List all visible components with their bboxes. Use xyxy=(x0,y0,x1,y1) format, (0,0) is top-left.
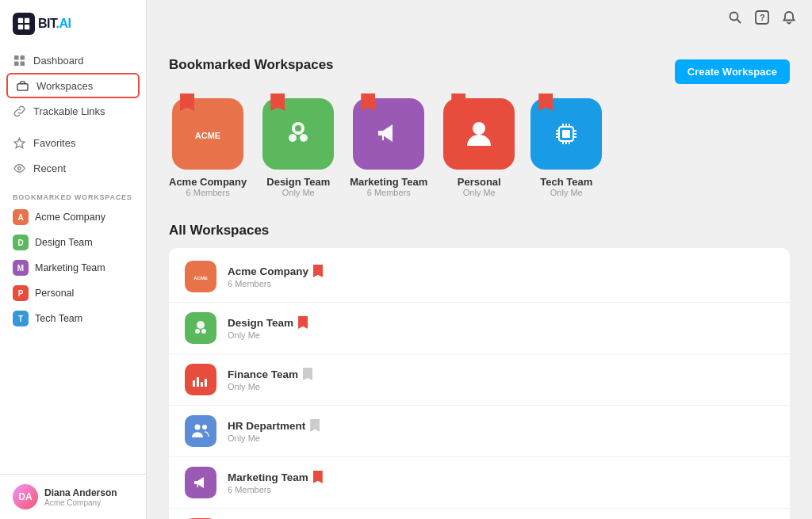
card-sub: 6 Members xyxy=(186,188,230,197)
sidebar-item-favorites[interactable]: Favorites xyxy=(0,130,146,155)
user-info: Diana Anderson Acme Company xyxy=(44,487,117,507)
workspace-list-icon: ACME xyxy=(185,261,216,292)
sidebar-workspace-item[interactable]: P Personal xyxy=(0,280,146,306)
workspace-card[interactable]: ACME Acme Company 6 Members xyxy=(169,98,247,197)
workspace-list-sub: Only Me xyxy=(228,382,774,391)
create-workspace-button[interactable]: Create Workspace xyxy=(675,59,790,84)
bell-icon[interactable] xyxy=(782,10,796,28)
sidebar-footer: DA Diana Anderson Acme Company xyxy=(0,474,146,519)
workspace-list-info: Finance Team Only Me xyxy=(228,368,774,391)
sidebar-item-dashboard[interactable]: Dashboard xyxy=(0,48,146,73)
workspace-list-item[interactable]: Finance Team Only Me xyxy=(169,354,790,406)
svg-rect-1 xyxy=(25,18,29,23)
card-name: Personal xyxy=(458,176,501,188)
svg-rect-4 xyxy=(13,55,18,59)
svg-rect-41 xyxy=(197,377,199,387)
bookmark-indicator xyxy=(298,316,308,329)
svg-point-20 xyxy=(295,125,301,132)
eye-icon xyxy=(13,162,25,174)
bookmark-indicator xyxy=(313,471,323,483)
workspace-list-item[interactable]: Personal Only Me xyxy=(169,509,790,519)
card-sub: Only Me xyxy=(282,188,315,197)
top-bar: ? xyxy=(147,0,812,38)
svg-point-18 xyxy=(289,134,297,142)
workspace-card[interactable]: Tech Team Only Me xyxy=(530,98,602,197)
link-icon xyxy=(13,105,25,117)
main-content: Bookmarked Workspaces Create Workspace A… xyxy=(147,38,812,519)
svg-point-44 xyxy=(195,425,201,430)
sidebar-workspace-name: Acme Company xyxy=(35,212,105,223)
card-sub: 6 Members xyxy=(367,188,411,197)
search-icon[interactable] xyxy=(728,10,742,28)
svg-point-37 xyxy=(197,321,205,329)
user-name: Diana Anderson xyxy=(44,487,117,498)
svg-rect-5 xyxy=(20,55,25,59)
recent-label: Recent xyxy=(33,162,66,174)
all-workspaces-title: All Workspaces xyxy=(169,223,790,239)
bookmark-icon xyxy=(538,93,553,111)
bookmark-icon xyxy=(180,93,194,111)
sidebar: BIT.AI Dashboard Workspaces Trackable Li… xyxy=(0,0,147,519)
bookmark-icon xyxy=(270,93,285,111)
card-name: Marketing Team xyxy=(350,176,427,188)
svg-marker-9 xyxy=(13,138,24,147)
trackable-links-label: Trackable Links xyxy=(33,105,105,117)
workspace-list-icon xyxy=(185,467,216,498)
svg-rect-0 xyxy=(18,18,23,23)
sidebar-workspace-name: Tech Team xyxy=(35,313,82,324)
favorites-label: Favorites xyxy=(33,137,75,149)
sidebar-item-workspaces[interactable]: Workspaces xyxy=(6,73,140,98)
workspace-list-name: Marketing Team xyxy=(228,471,308,483)
card-name: Design Team xyxy=(266,176,330,188)
workspace-list-sub: 6 Members xyxy=(228,485,774,494)
sidebar-workspace-item[interactable]: M Marketing Team xyxy=(0,255,146,280)
svg-point-21 xyxy=(473,122,485,135)
workspace-list-icon xyxy=(185,415,216,447)
svg-text:?: ? xyxy=(760,13,765,22)
workspace-card[interactable]: Design Team Only Me xyxy=(262,98,334,197)
svg-line-12 xyxy=(737,20,741,24)
workspace-list-info: HR Department Only Me xyxy=(228,419,774,443)
workspace-list-sub: 6 Members xyxy=(228,279,774,288)
bookmarked-section-label: BOOKMARKED WORKSPACES xyxy=(0,184,146,204)
workspace-list-icon xyxy=(185,364,216,395)
workspace-list-name: Acme Company xyxy=(228,265,308,277)
help-icon[interactable]: ? xyxy=(755,10,769,28)
workspace-cards: ACME Acme Company 6 Members Design Team … xyxy=(169,98,790,197)
logo-icon xyxy=(13,13,35,35)
workspace-card[interactable]: Marketing Team 6 Members xyxy=(350,98,427,197)
svg-rect-40 xyxy=(193,380,195,387)
card-sub: Only Me xyxy=(550,188,583,197)
bookmarked-title: Bookmarked Workspaces xyxy=(169,57,334,73)
grid-icon xyxy=(13,54,25,67)
user-company: Acme Company xyxy=(44,498,117,507)
workspaces-label: Workspaces xyxy=(36,80,93,92)
workspace-list-name: HR Department xyxy=(228,420,305,432)
svg-rect-6 xyxy=(13,61,18,66)
svg-point-39 xyxy=(201,329,206,334)
sidebar-workspace-item[interactable]: D Design Team xyxy=(0,230,146,255)
user-avatar: DA xyxy=(13,484,38,509)
bookmark-indicator xyxy=(310,419,320,432)
sidebar-item-recent[interactable]: Recent xyxy=(0,155,146,181)
workspace-list-item[interactable]: Design Team Only Me xyxy=(169,303,790,354)
workspace-list-item[interactable]: HR Department Only Me xyxy=(169,406,790,457)
svg-rect-8 xyxy=(17,83,27,90)
workspace-card[interactable]: Personal Only Me xyxy=(443,98,515,197)
sidebar-workspace-item[interactable]: T Tech Team xyxy=(0,306,146,331)
workspace-list-item[interactable]: Marketing Team 6 Members xyxy=(169,457,790,509)
svg-rect-3 xyxy=(25,25,29,29)
svg-rect-7 xyxy=(20,61,25,66)
briefcase-icon xyxy=(16,79,29,92)
bookmark-indicator xyxy=(303,368,312,380)
svg-point-19 xyxy=(300,134,308,142)
workspace-list-item[interactable]: ACME Acme Company 6 Members xyxy=(169,251,790,303)
workspace-list-sub: Only Me xyxy=(228,433,774,443)
sidebar-workspace-item[interactable]: A Acme Company xyxy=(0,204,146,230)
sidebar-item-trackable-links[interactable]: Trackable Links xyxy=(0,98,146,124)
svg-text:ACME: ACME xyxy=(195,131,220,140)
sidebar-workspace-name: Design Team xyxy=(35,237,93,248)
svg-rect-42 xyxy=(201,382,203,387)
svg-point-10 xyxy=(17,166,21,170)
sidebar-workspace-name: Marketing Team xyxy=(35,262,105,273)
